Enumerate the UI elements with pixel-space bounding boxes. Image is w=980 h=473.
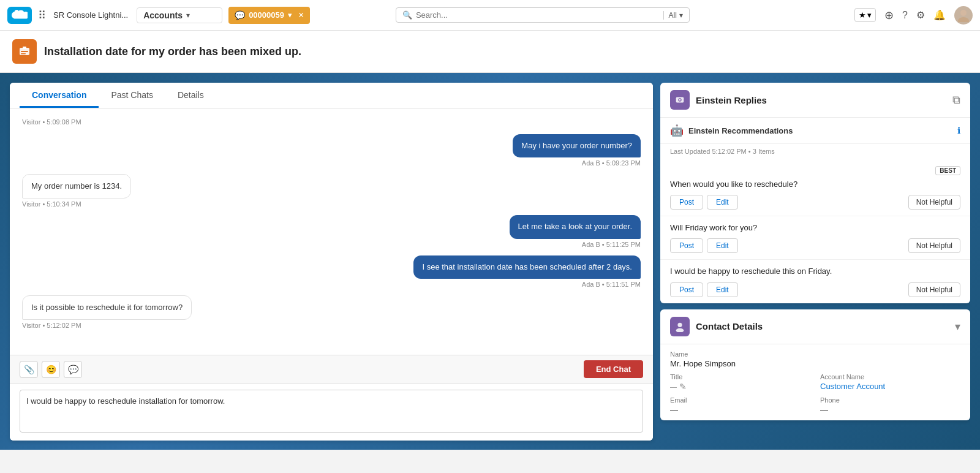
- message-row: Let me take a look at your order. Ada B …: [22, 215, 641, 248]
- name-field: Name Mr. Hope Simpson: [670, 350, 960, 368]
- svg-point-1: [958, 17, 969, 22]
- more-options-button[interactable]: 💬: [64, 361, 82, 378]
- contact-card-icon: [670, 317, 690, 336]
- tab-conversation[interactable]: Conversation: [20, 83, 99, 108]
- suggestion-text-2: Will Friday work for you?: [670, 222, 960, 233]
- best-badge: BEST: [935, 166, 960, 175]
- emoji-button[interactable]: 😊: [42, 361, 60, 378]
- einstein-card-icon: [670, 90, 690, 110]
- chat-input-area: [10, 384, 653, 441]
- global-search-bar[interactable]: 🔍 All ▾: [396, 7, 690, 23]
- einstein-replies-card: Einstein Replies ⧉ 🤖 Einstein Recommenda…: [660, 83, 970, 303]
- title-value: — ✎: [670, 382, 810, 392]
- visitor-bubble: Is it possible to reschedule it for tomo…: [22, 295, 192, 320]
- star-icon: ★: [859, 10, 866, 20]
- search-input[interactable]: [416, 10, 663, 20]
- agent-bubble: May i have your order number?: [513, 134, 641, 157]
- chat-tabs: Conversation Past Chats Details: [10, 83, 653, 108]
- active-chat-tab[interactable]: 💬 00000059 ▾ ×: [228, 7, 310, 24]
- accounts-label: Accounts: [143, 10, 183, 20]
- robot-icon: 🤖: [670, 124, 684, 137]
- chat-panel: Conversation Past Chats Details Visitor …: [10, 83, 653, 441]
- phone-field: Phone —: [820, 396, 960, 414]
- add-button[interactable]: ⊕: [884, 9, 894, 22]
- attach-button[interactable]: 📎: [20, 361, 38, 378]
- post-button-2[interactable]: Post: [670, 238, 703, 253]
- chat-toolbar: 📎 😊 💬 End Chat: [10, 355, 653, 384]
- message-row: Is it possible to reschedule it for tomo…: [22, 295, 641, 329]
- post-button-3[interactable]: Post: [670, 282, 703, 297]
- svg-point-9: [677, 322, 682, 327]
- dropdown-icon[interactable]: ▾: [288, 10, 292, 20]
- einstein-title: Einstein Replies: [696, 95, 946, 105]
- email-label: Email: [670, 396, 810, 404]
- title-edit-icon[interactable]: ✎: [679, 382, 687, 392]
- search-icon: 🔍: [402, 10, 412, 20]
- messages-area: Visitor • 5:09:08 PM May i have your ord…: [10, 108, 653, 355]
- msg-meta: Visitor • 5:10:34 PM: [22, 200, 81, 208]
- svg-point-10: [676, 328, 684, 331]
- info-icon[interactable]: ℹ: [957, 126, 960, 135]
- contact-details-card: Contact Details ▾ Name Mr. Hope Simpson …: [660, 309, 970, 420]
- contact-fields: Name Mr. Hope Simpson Title — ✎ Account …: [660, 344, 970, 420]
- favorites-button[interactable]: ★ ▾: [854, 8, 876, 22]
- user-avatar[interactable]: [954, 6, 973, 25]
- settings-button[interactable]: ⚙: [916, 9, 925, 21]
- suggestion-text-1: When would you like to reschedule?: [670, 179, 960, 190]
- suggestion-actions-1: Post Edit Not Helpful: [670, 195, 960, 210]
- svg-rect-5: [21, 53, 26, 55]
- nav-right-icons: ★ ▾ ⊕ ? ⚙ 🔔: [854, 6, 973, 25]
- phone-value: —: [820, 405, 960, 414]
- svg-point-0: [960, 10, 967, 16]
- reply-suggestion-3: I would be happy to reschedule this on F…: [660, 260, 970, 303]
- svg-point-8: [679, 99, 681, 101]
- help-button[interactable]: ?: [902, 10, 908, 21]
- suggestion-text-3: I would be happy to reschedule this on F…: [670, 266, 960, 277]
- einstein-expand-icon[interactable]: ⧉: [952, 94, 960, 107]
- not-helpful-button-3[interactable]: Not Helpful: [908, 282, 960, 297]
- notifications-button[interactable]: 🔔: [933, 9, 946, 21]
- einstein-sub-title: Einstein Recommendations: [688, 126, 952, 135]
- email-value: —: [670, 405, 810, 414]
- phone-label: Phone: [820, 396, 960, 404]
- main-content: Installation date for my order has been …: [0, 31, 980, 450]
- agent-bubble: Let me take a look at your order.: [510, 215, 641, 238]
- top-navigation: ⠿ SR Console Lightni... Accounts ▾ 💬 000…: [0, 0, 980, 31]
- account-name-value[interactable]: Customer Account: [820, 382, 960, 391]
- title-field: Title — ✎: [670, 373, 810, 392]
- msg-meta: Visitor • 5:12:02 PM: [22, 322, 81, 329]
- message-row: My order number is 1234. Visitor • 5:10:…: [22, 174, 641, 208]
- chat-input[interactable]: [20, 390, 643, 433]
- edit-button-2[interactable]: Edit: [707, 238, 738, 253]
- waffle-icon[interactable]: ⠿: [38, 9, 46, 22]
- reply-suggestion-2: Will Friday work for you? Post Edit Not …: [660, 216, 970, 260]
- tab-past-chats[interactable]: Past Chats: [99, 83, 165, 108]
- last-updated: Last Updated 5:12:02 PM • 3 Items: [660, 144, 970, 160]
- search-all-dropdown[interactable]: All ▾: [663, 11, 683, 20]
- expand-icon[interactable]: ▾: [955, 320, 960, 333]
- not-helpful-button-2[interactable]: Not Helpful: [908, 238, 960, 253]
- einstein-card-header: Einstein Replies ⧉: [660, 83, 970, 118]
- visitor-bubble: My order number is 1234.: [22, 174, 131, 199]
- end-chat-button[interactable]: End Chat: [584, 360, 643, 378]
- edit-button-3[interactable]: Edit: [707, 282, 738, 297]
- case-icon-wrap: [12, 39, 37, 64]
- contact-card-title: Contact Details: [696, 321, 949, 331]
- msg-meta: Ada B • 5:11:25 PM: [582, 241, 641, 248]
- not-helpful-button-1[interactable]: Not Helpful: [908, 195, 960, 210]
- edit-button-1[interactable]: Edit: [707, 195, 738, 210]
- svg-rect-4: [21, 51, 28, 52]
- close-icon[interactable]: ×: [298, 10, 304, 21]
- tab-details[interactable]: Details: [165, 83, 216, 108]
- chat-tab-id: 00000059: [249, 10, 284, 20]
- suggestion-actions-3: Post Edit Not Helpful: [670, 282, 960, 297]
- email-field: Email —: [670, 396, 810, 414]
- msg-meta: Ada B • 5:09:23 PM: [582, 159, 641, 167]
- accounts-tab-bar[interactable]: Accounts ▾: [137, 7, 222, 23]
- name-label: Name: [670, 350, 960, 358]
- accounts-dropdown-icon[interactable]: ▾: [186, 11, 190, 20]
- post-button-1[interactable]: Post: [670, 195, 703, 210]
- content-split: Conversation Past Chats Details Visitor …: [0, 73, 980, 450]
- account-name-label: Account Name: [820, 373, 960, 380]
- salesforce-logo[interactable]: [7, 7, 32, 24]
